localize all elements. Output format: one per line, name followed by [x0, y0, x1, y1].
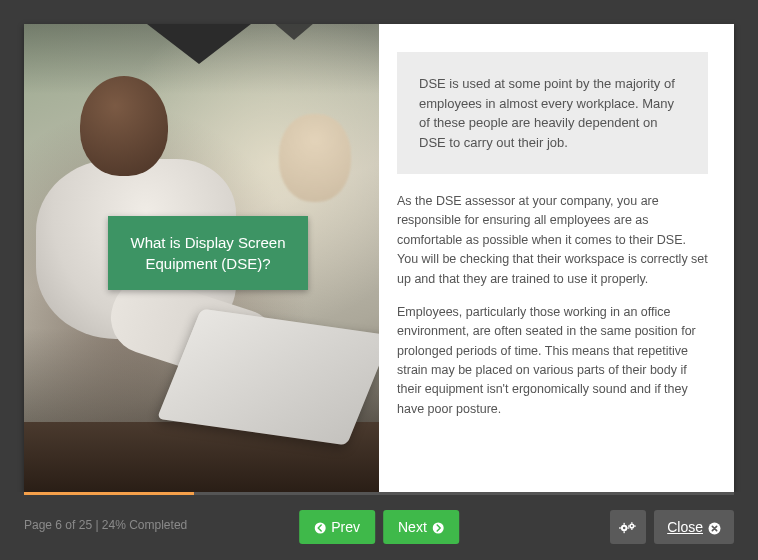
slide-image-panel: What is Display Screen Equipment (DSE)?: [24, 24, 379, 492]
slide-text-panel: DSE is used at some point by the majorit…: [379, 24, 734, 492]
highlight-paragraph: DSE is used at some point by the majorit…: [397, 52, 708, 174]
gears-icon: [619, 519, 637, 534]
nav-buttons: Prev Next: [299, 510, 459, 544]
progress-bar: [24, 492, 734, 495]
svg-rect-6: [619, 527, 621, 528]
svg-rect-13: [634, 525, 636, 526]
prev-label: Prev: [331, 519, 360, 535]
body-text: As the DSE assessor at your company, you…: [379, 192, 734, 433]
settings-button[interactable]: [610, 510, 646, 544]
close-label: Close: [667, 519, 703, 535]
close-icon: [708, 519, 721, 535]
slide-title-box: What is Display Screen Equipment (DSE)?: [108, 216, 308, 290]
svg-point-1: [432, 523, 443, 534]
chevron-left-icon: [314, 519, 326, 535]
svg-rect-4: [624, 523, 625, 525]
next-button[interactable]: Next: [383, 510, 459, 544]
svg-rect-7: [628, 527, 630, 528]
slide-card: What is Display Screen Equipment (DSE)? …: [24, 24, 734, 492]
progress-fill: [24, 492, 194, 495]
next-label: Next: [398, 519, 427, 535]
svg-rect-5: [624, 531, 625, 533]
svg-point-9: [631, 525, 633, 527]
svg-point-0: [315, 523, 326, 534]
svg-rect-11: [631, 528, 632, 530]
svg-point-3: [623, 526, 626, 529]
chevron-right-icon: [432, 519, 444, 535]
paragraph-2: Employees, particularly those working in…: [397, 303, 708, 419]
svg-rect-12: [628, 525, 630, 526]
svg-rect-10: [631, 522, 632, 524]
close-button[interactable]: Close: [654, 510, 734, 544]
bottom-bar: Page 6 of 25 | 24% Completed Prev Next: [0, 492, 758, 560]
right-controls: Close: [610, 510, 734, 544]
prev-button[interactable]: Prev: [299, 510, 375, 544]
paragraph-1: As the DSE assessor at your company, you…: [397, 192, 708, 289]
page-info: Page 6 of 25 | 24% Completed: [24, 518, 187, 532]
